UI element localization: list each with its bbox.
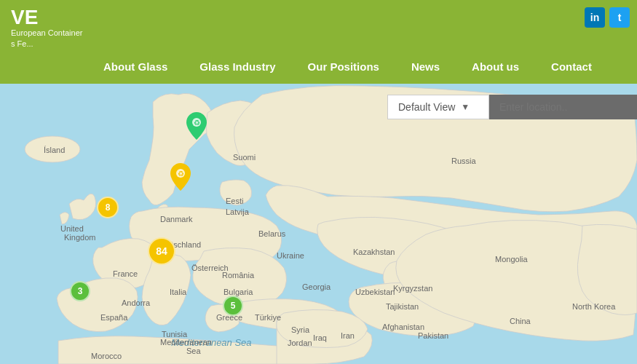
nav-item-glass-industry[interactable]: Glass Industry xyxy=(183,49,291,84)
logo-subtitle-1: European Container xyxy=(11,28,82,39)
marker-m4[interactable]: 5 xyxy=(223,296,243,316)
nav-item-about-glass[interactable]: About Glass xyxy=(87,49,183,84)
twitter-icon[interactable]: t xyxy=(609,7,630,28)
svg-text:♻: ♻ xyxy=(178,170,184,178)
logo-area: VE European Container s Fe... xyxy=(0,0,93,58)
social-icons: in t xyxy=(585,7,630,28)
svg-text:♻: ♻ xyxy=(194,119,200,127)
map-controls: Default View ▼ xyxy=(387,95,637,119)
logo-subtitle-2: s Fe... xyxy=(11,39,82,50)
marker-m1[interactable]: 8 xyxy=(97,197,119,218)
location-input[interactable] xyxy=(489,95,637,119)
chevron-down-icon: ▼ xyxy=(461,102,470,112)
nav-item-contact[interactable]: Contact xyxy=(535,49,608,84)
view-dropdown[interactable]: Default View ▼ xyxy=(387,95,489,119)
marker-m3[interactable]: 3 xyxy=(70,281,90,301)
nav-item-news[interactable]: News xyxy=(395,49,456,84)
nav-item-our-positions[interactable]: Our Positions xyxy=(292,49,395,84)
header: VE European Container s Fe... in t About… xyxy=(0,0,637,84)
pin-p1[interactable]: ♻ xyxy=(186,112,207,143)
view-dropdown-label: Default View xyxy=(398,101,455,113)
nav-items: About GlassGlass IndustryOur PositionsNe… xyxy=(87,49,608,84)
logo-title: VE xyxy=(11,7,82,28)
main-nav: About GlassGlass IndustryOur PositionsNe… xyxy=(0,49,637,84)
nav-item-about-us[interactable]: About us xyxy=(456,49,535,84)
pin-p2[interactable]: ♻ xyxy=(170,163,191,194)
linkedin-icon[interactable]: in xyxy=(585,7,605,28)
svg-text:Mediterranean Sea: Mediterranean Sea xyxy=(171,337,252,348)
svg-point-1 xyxy=(25,136,80,162)
marker-m2[interactable]: 84 xyxy=(148,237,175,265)
